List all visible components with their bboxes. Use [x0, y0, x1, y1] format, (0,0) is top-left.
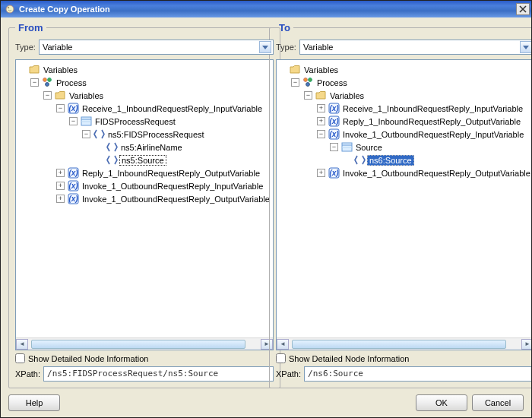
tree-node-label[interactable]: ns5:FIDSProcessRequest — [106, 130, 206, 139]
svg-text:(x): (x) — [68, 104, 78, 112]
from-type-select[interactable]: Variable — [39, 40, 274, 55]
variable-icon: (x) — [328, 167, 340, 179]
tree-node-label[interactable]: Source — [354, 143, 384, 152]
dropdown-arrow-icon — [259, 41, 271, 53]
tree-row[interactable]: −Process — [278, 76, 532, 89]
expander-icon[interactable]: + — [56, 195, 65, 203]
tree-node-label[interactable]: Variables — [68, 91, 105, 100]
from-show-detailed-checkbox[interactable] — [15, 353, 25, 363]
svg-point-4 — [46, 83, 49, 87]
tree-node-label[interactable]: FIDSProcessRequest — [93, 117, 177, 126]
tree-row[interactable]: +(x)Invoke_1_OutboundRequestReply_Output… — [278, 166, 532, 179]
tree-row[interactable]: ns6:Source — [278, 154, 532, 166]
tree-row[interactable]: +(x)Receive_1_InboundRequestReply_InputV… — [278, 102, 532, 115]
expander-icon[interactable]: + — [317, 117, 325, 125]
ok-button[interactable]: OK — [416, 394, 467, 411]
dropdown-arrow-icon — [520, 41, 532, 53]
tree-row[interactable]: −Variables — [278, 89, 532, 102]
folder-icon — [315, 90, 327, 101]
expander-icon[interactable]: − — [330, 143, 338, 151]
to-xpath-label: XPath: — [276, 369, 301, 378]
expander-icon[interactable]: − — [43, 91, 52, 100]
from-legend: From — [15, 22, 46, 33]
process-icon — [302, 77, 314, 88]
tree-node-label[interactable]: Process — [315, 78, 349, 87]
from-hscrollbar[interactable]: ◄ ► — [16, 337, 273, 350]
svg-point-1 — [8, 7, 9, 8]
help-button[interactable]: Help — [8, 394, 60, 411]
from-type-label: Type: — [15, 43, 36, 52]
scroll-right-icon[interactable]: ► — [521, 339, 532, 350]
tree-node-label[interactable]: Invoke_1_OutboundRequestReply_OutputVari… — [81, 195, 271, 204]
expander-icon[interactable]: − — [69, 117, 78, 125]
tree-node-label[interactable]: Variables — [328, 91, 366, 100]
to-type-select[interactable]: Variable — [299, 40, 532, 55]
folder-icon — [290, 64, 301, 75]
to-xpath-input[interactable]: /ns6:Source — [304, 366, 532, 382]
tree-row[interactable]: +(x)Reply_1_InboundRequestReply_OutputVa… — [278, 115, 532, 128]
expander-icon[interactable]: − — [30, 78, 39, 87]
svg-point-0 — [6, 5, 14, 13]
svg-text:(x): (x) — [329, 117, 339, 125]
tree-node-label[interactable]: ns5:AirlineName — [119, 143, 184, 152]
tree-row[interactable]: +(x)Reply_1_InboundRequestReply_OutputVa… — [17, 166, 271, 179]
from-tree[interactable]: Variables−Process−Variables−(x)Receive_1… — [16, 60, 273, 337]
tree-node-label[interactable]: Receive_1_InboundRequestReply_InputVaria… — [81, 104, 264, 113]
tree-row[interactable]: Variables — [278, 63, 532, 76]
titlebar: Create Copy Operation — [1, 1, 531, 17]
tree-node-label[interactable]: Variables — [42, 65, 79, 74]
to-show-detailed-checkbox[interactable] — [276, 353, 286, 363]
from-xpath-label: XPath: — [15, 369, 40, 378]
scroll-left-icon[interactable]: ◄ — [277, 339, 289, 350]
tree-node-label[interactable]: ns5:Source — [119, 155, 166, 166]
tree-row[interactable]: +(x)Invoke_1_OutboundRequestReply_Output… — [17, 192, 271, 205]
expander-icon[interactable]: − — [82, 130, 90, 138]
expander-icon[interactable]: − — [56, 104, 65, 112]
svg-point-2 — [43, 78, 47, 82]
tree-row[interactable]: −Variables — [17, 89, 271, 102]
tree-node-label[interactable]: Reply_1_InboundRequestReply_OutputVariab… — [341, 117, 522, 126]
tree-node-label[interactable]: Invoke_1_OutboundRequestReply_InputVaria… — [341, 130, 525, 139]
expander-icon[interactable]: − — [317, 130, 325, 138]
tree-row[interactable]: −Source — [278, 141, 532, 154]
svg-text:(x): (x) — [329, 169, 339, 177]
to-type-value: Variable — [303, 43, 334, 52]
to-hscrollbar[interactable]: ◄ ► — [277, 337, 532, 350]
from-panel: From Type: Variable Variables−Process−Va… — [8, 22, 263, 388]
tree-row[interactable]: −Process — [17, 76, 271, 89]
tree-node-label[interactable]: Process — [55, 78, 88, 87]
cancel-button[interactable]: Cancel — [472, 394, 524, 411]
message-part-icon — [81, 116, 92, 127]
tree-row[interactable]: −FIDSProcessRequest — [17, 115, 271, 128]
expander-icon[interactable]: + — [317, 169, 325, 177]
close-button[interactable] — [516, 3, 530, 15]
tree-row[interactable]: +(x)Invoke_1_OutboundRequestReply_InputV… — [17, 179, 271, 192]
tree-connector — [278, 65, 287, 74]
expander-icon[interactable]: + — [56, 169, 65, 177]
tree-row[interactable]: ns5:Source — [17, 154, 271, 166]
tree-node-label[interactable]: Invoke_1_OutboundRequestReply_OutputVari… — [341, 169, 532, 178]
tree-row[interactable]: −(x)Invoke_1_OutboundRequestReply_InputV… — [278, 128, 532, 141]
expander-icon[interactable]: − — [291, 78, 299, 87]
tree-row[interactable]: −ns5:FIDSProcessRequest — [17, 128, 271, 141]
to-tree[interactable]: Variables−Process−Variables+(x)Receive_1… — [277, 60, 532, 337]
scroll-left-icon[interactable]: ◄ — [16, 339, 28, 350]
expander-icon[interactable]: + — [317, 104, 325, 112]
to-legend: To — [276, 22, 293, 33]
process-icon — [42, 77, 53, 88]
tree-node-label[interactable]: Variables — [302, 65, 340, 74]
variable-icon: (x) — [68, 180, 79, 192]
tree-node-label[interactable]: Invoke_1_OutboundRequestReply_InputVaria… — [81, 182, 264, 191]
tree-node-label[interactable]: Receive_1_InboundRequestReply_InputVaria… — [341, 104, 524, 113]
tree-row[interactable]: −(x)Receive_1_InboundRequestReply_InputV… — [17, 102, 271, 115]
variable-icon: (x) — [68, 193, 79, 204]
from-xpath-input[interactable]: /ns5:FIDSProcessRequest/ns5:Source — [43, 366, 274, 382]
tree-node-label[interactable]: ns6:Source — [367, 155, 414, 166]
tree-row[interactable]: ns5:AirlineName — [17, 141, 271, 154]
to-show-detailed-label: Show Detailed Node Information — [289, 354, 409, 363]
tree-node-label[interactable]: Reply_1_InboundRequestReply_OutputVariab… — [81, 169, 261, 178]
expander-icon[interactable]: + — [56, 182, 65, 190]
folder-icon — [29, 64, 40, 75]
tree-row[interactable]: Variables — [17, 63, 271, 76]
expander-icon[interactable]: − — [304, 91, 312, 100]
